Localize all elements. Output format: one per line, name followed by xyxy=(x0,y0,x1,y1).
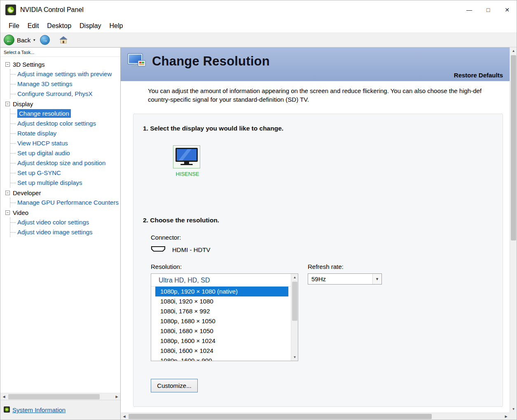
back-button-label[interactable]: Back xyxy=(17,37,30,44)
scrollbar-corner xyxy=(510,413,517,420)
sidebar-item-set-up-multiple-displays[interactable]: Set up multiple displays xyxy=(10,178,120,188)
page-description: You can adjust the amount of information… xyxy=(148,86,510,104)
resolution-group-header: Ultra HD, HD, SD xyxy=(151,274,291,287)
refresh-rate-select[interactable]: 59Hz ▾ xyxy=(308,273,382,285)
customize-button[interactable]: Customize... xyxy=(151,379,198,392)
sidebar-item-adjust-video-color[interactable]: Adjust video color settings xyxy=(10,217,120,227)
menubar: File Edit Desktop Display Help xyxy=(0,19,517,33)
sidebar-item-set-up-gsync[interactable]: Set up G-SYNC xyxy=(10,168,120,178)
scroll-left-icon[interactable]: ◀ xyxy=(0,393,7,400)
resolution-list-scroll-thumb[interactable] xyxy=(292,282,297,321)
connector-label: Connector: xyxy=(151,234,503,241)
scroll-right-icon[interactable]: ▶ xyxy=(503,413,510,420)
chevron-down-icon[interactable]: ▾ xyxy=(372,274,381,284)
scroll-right-icon[interactable]: ▶ xyxy=(113,393,120,400)
hdmi-connector-icon xyxy=(151,246,166,253)
resolution-label: Resolution: xyxy=(151,263,298,270)
resolution-option[interactable]: 1080p, 1600 × 1024 xyxy=(155,336,288,346)
menu-display[interactable]: Display xyxy=(75,21,105,31)
nvidia-icon xyxy=(4,406,10,414)
restore-defaults-button[interactable]: Restore Defaults xyxy=(454,72,503,79)
toolbar: ← Back ▼ → xyxy=(0,33,517,47)
display-name-label: HISENSE xyxy=(173,171,202,177)
content-panel: 1. Select the display you would like to … xyxy=(133,114,503,407)
back-arrow-icon: ← xyxy=(6,37,12,44)
connector-value: HDMI - HDTV xyxy=(172,246,211,253)
menu-file[interactable]: File xyxy=(5,21,23,31)
refresh-rate-column: Refresh rate: 59Hz ▾ xyxy=(308,263,382,392)
step2-heading: 2. Choose the resolution. xyxy=(143,217,503,224)
menu-edit[interactable]: Edit xyxy=(23,21,43,31)
task-tree: − 3D Settings Adjust image settings with… xyxy=(0,57,120,393)
collapse-icon[interactable]: − xyxy=(5,62,10,67)
system-information-link[interactable]: System Information xyxy=(12,406,66,413)
sidebar-footer: System Information xyxy=(0,400,120,420)
sidebar-item-configure-surround-physx[interactable]: Configure Surround, PhysX xyxy=(10,89,120,99)
resolution-option[interactable]: 1080i, 1920 × 1080 xyxy=(155,296,288,306)
nvidia-control-panel-window: NVIDIA Control Panel — □ ✕ File Edit Des… xyxy=(0,0,517,420)
collapse-icon[interactable]: − xyxy=(5,102,10,106)
page-banner: Change Resolution Restore Defaults xyxy=(121,47,510,81)
scroll-down-icon[interactable]: ▼ xyxy=(510,406,517,413)
collapse-icon[interactable]: − xyxy=(5,210,10,215)
menu-desktop[interactable]: Desktop xyxy=(43,21,75,31)
resolution-option[interactable]: 1080i, 1768 × 992 xyxy=(155,306,288,316)
step1-heading: 1. Select the display you would like to … xyxy=(143,125,503,132)
refresh-rate-label: Refresh rate: xyxy=(308,263,382,270)
sidebar-hscroll-thumb[interactable] xyxy=(8,394,100,399)
sidebar-item-adjust-image-settings[interactable]: Adjust image settings with preview xyxy=(10,69,120,79)
main-vscroll-thumb[interactable] xyxy=(511,55,516,240)
main-pane: Change Resolution Restore Defaults You c… xyxy=(121,47,517,420)
scroll-left-icon[interactable]: ◀ xyxy=(121,413,128,420)
resolution-option[interactable]: 1080i, 1680 × 1050 xyxy=(155,326,288,336)
scroll-down-icon[interactable]: ▼ xyxy=(291,354,298,361)
main-hscroll-thumb[interactable] xyxy=(129,414,432,419)
window-title: NVIDIA Control Panel xyxy=(20,6,84,14)
titlebar: NVIDIA Control Panel — □ ✕ xyxy=(0,0,517,19)
sidebar-item-set-up-digital-audio[interactable]: Set up digital audio xyxy=(10,148,120,158)
collapse-icon[interactable]: − xyxy=(5,191,10,195)
back-history-caret-icon[interactable]: ▼ xyxy=(33,38,36,42)
home-icon xyxy=(59,36,68,44)
sidebar-header: Select a Task... xyxy=(0,48,120,57)
maximize-button[interactable]: □ xyxy=(479,0,498,19)
back-button[interactable]: ← xyxy=(4,35,14,45)
resolution-list-scrollbar[interactable]: ▲ ▼ xyxy=(291,274,298,361)
sidebar-item-manage-gpu-performance-counters[interactable]: Manage GPU Performance Counters xyxy=(10,198,120,208)
main-horizontal-scrollbar[interactable]: ◀ ▶ xyxy=(121,413,510,420)
main-vertical-scrollbar[interactable]: ▲ ▼ xyxy=(510,47,517,413)
nvidia-logo-icon xyxy=(5,5,16,15)
refresh-rate-value: 59Hz xyxy=(308,275,326,282)
tree-group-3d-settings[interactable]: − 3D Settings xyxy=(3,59,120,69)
scroll-up-icon[interactable]: ▲ xyxy=(510,47,517,54)
scroll-up-icon[interactable]: ▲ xyxy=(291,274,298,281)
tree-group-display[interactable]: − Display xyxy=(3,99,120,109)
sidebar-item-adjust-desktop-size[interactable]: Adjust desktop size and position xyxy=(10,158,120,168)
menu-help[interactable]: Help xyxy=(105,21,127,31)
forward-button[interactable]: → xyxy=(40,35,50,45)
change-resolution-icon xyxy=(127,53,146,72)
tv-icon xyxy=(175,147,198,166)
resolution-column: Resolution: Ultra HD, HD, SD 1080p, 1920… xyxy=(151,263,298,392)
display-thumbnail[interactable] xyxy=(173,145,200,168)
resolution-option[interactable]: 1080p, 1680 × 1050 xyxy=(155,316,288,326)
minimize-button[interactable]: — xyxy=(460,0,479,19)
resolution-option[interactable]: 1080p, 1920 × 1080 (native) xyxy=(155,287,288,296)
close-button[interactable]: ✕ xyxy=(498,0,517,19)
sidebar-horizontal-scrollbar[interactable]: ◀ ▶ xyxy=(0,393,120,400)
task-sidebar: Select a Task... − 3D Settings Adjust im… xyxy=(0,47,121,420)
sidebar-item-view-hdcp-status[interactable]: View HDCP status xyxy=(10,138,120,148)
sidebar-item-change-resolution[interactable]: Change resolution xyxy=(10,109,120,119)
home-button[interactable] xyxy=(59,36,68,44)
sidebar-item-adjust-desktop-color[interactable]: Adjust desktop color settings xyxy=(10,119,120,128)
resolution-option[interactable]: 1080p, 1600 × 900 xyxy=(155,356,288,361)
resolution-listbox[interactable]: Ultra HD, HD, SD 1080p, 1920 × 1080 (nat… xyxy=(151,273,298,361)
sidebar-item-adjust-video-image[interactable]: Adjust video image settings xyxy=(10,227,120,237)
resolution-option[interactable]: 1080i, 1600 × 1024 xyxy=(155,346,288,356)
tree-group-developer[interactable]: − Developer xyxy=(3,188,120,198)
sidebar-item-rotate-display[interactable]: Rotate display xyxy=(10,128,120,138)
tree-group-video[interactable]: − Video xyxy=(3,208,120,217)
display-tile-hisense[interactable]: HISENSE xyxy=(173,145,202,177)
sidebar-item-manage-3d-settings[interactable]: Manage 3D settings xyxy=(10,79,120,89)
page-title: Change Resolution xyxy=(152,54,270,69)
